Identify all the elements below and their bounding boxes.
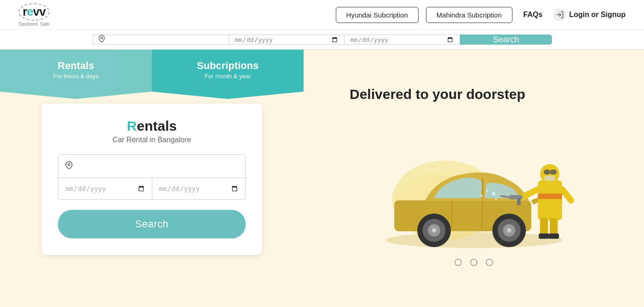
logo-r: r bbox=[23, 5, 27, 18]
header: revv Sanitized. Safe Hyundai Subcription… bbox=[0, 0, 644, 30]
carousel-dot-1[interactable] bbox=[454, 259, 462, 266]
carousel-dot-3[interactable] bbox=[486, 259, 493, 266]
card-title-R: R bbox=[127, 118, 137, 133]
nav-buttons: Hyundai Subcription Mahindra Subcription… bbox=[336, 7, 626, 23]
svg-point-36 bbox=[480, 194, 483, 197]
left-panel: Rentals For hours & days Subcriptions Fo… bbox=[0, 50, 304, 307]
car-svg bbox=[363, 111, 584, 249]
svg-rect-27 bbox=[550, 218, 558, 236]
card-title-rest: entals bbox=[137, 118, 177, 133]
tabs-container: Rentals For hours & days Subcriptions Fo… bbox=[0, 50, 304, 99]
card-title: Rentals bbox=[58, 118, 246, 134]
svg-point-35 bbox=[486, 189, 489, 192]
card-search-button[interactable]: Search bbox=[58, 210, 246, 238]
card-date2-input[interactable] bbox=[159, 185, 239, 193]
card-subtitle: Car Rental in Bangalore bbox=[58, 136, 246, 144]
login-btn[interactable]: Login or Signup bbox=[553, 8, 626, 21]
hyundai-btn[interactable]: Hyundai Subcription bbox=[336, 7, 419, 23]
svg-point-21 bbox=[550, 169, 557, 175]
logo-text: revv bbox=[23, 5, 46, 19]
svg-point-2 bbox=[68, 163, 70, 166]
top-location-wrap bbox=[92, 35, 229, 45]
carousel-dot-2[interactable] bbox=[470, 259, 477, 266]
card-date2-wrap bbox=[152, 178, 246, 199]
svg-point-37 bbox=[495, 198, 497, 200]
login-label: Login or Signup bbox=[569, 11, 626, 19]
right-panel-title: Delivered to your doorstep bbox=[350, 87, 525, 102]
tab-rentals[interactable]: Rentals For hours & days bbox=[0, 50, 152, 99]
logo-border: revv bbox=[18, 3, 50, 21]
svg-point-34 bbox=[492, 192, 495, 196]
rental-card: Rentals Car Rental in Bangalore bbox=[41, 104, 262, 255]
svg-point-1 bbox=[101, 37, 103, 39]
svg-line-25 bbox=[562, 189, 571, 200]
card-location-input[interactable] bbox=[76, 162, 239, 170]
svg-point-15 bbox=[507, 228, 512, 233]
svg-rect-32 bbox=[517, 198, 521, 205]
card-date1-wrap bbox=[58, 178, 152, 199]
top-date2-input[interactable] bbox=[350, 36, 454, 44]
svg-point-11 bbox=[432, 228, 437, 233]
tab-rentals-title: Rentals bbox=[5, 60, 147, 72]
card-date1-input[interactable] bbox=[65, 185, 145, 193]
svg-rect-18 bbox=[538, 180, 562, 220]
tab-subscriptions[interactable]: Subcriptions For month & year bbox=[152, 50, 304, 99]
card-location-wrap bbox=[58, 155, 245, 178]
pin-icon-top bbox=[98, 35, 105, 44]
card-form bbox=[58, 154, 246, 200]
svg-rect-30 bbox=[538, 194, 562, 199]
mahindra-btn[interactable]: Mahindra Subcription bbox=[426, 7, 512, 23]
illustration-area bbox=[363, 111, 584, 249]
top-search-bar: Search bbox=[0, 30, 644, 50]
tab-subscriptions-sub: For month & year bbox=[156, 73, 299, 80]
login-icon bbox=[553, 8, 566, 21]
main-content: Rentals For hours & days Subcriptions Fo… bbox=[0, 50, 644, 307]
pin-icon-card bbox=[65, 161, 73, 171]
svg-rect-26 bbox=[540, 218, 548, 236]
svg-point-3 bbox=[385, 232, 562, 248]
tab-subscriptions-title: Subcriptions bbox=[156, 60, 299, 72]
carousel-dots bbox=[454, 259, 493, 266]
logo-e: e bbox=[27, 5, 33, 18]
top-search-button[interactable]: Search bbox=[460, 35, 552, 45]
logo-area: revv Sanitized. Safe bbox=[18, 3, 50, 27]
svg-rect-28 bbox=[539, 233, 549, 239]
tab-rentals-sub: For hours & days bbox=[5, 73, 147, 80]
top-date2-wrap bbox=[344, 35, 460, 45]
top-date1-wrap bbox=[229, 35, 344, 45]
faqs-link[interactable]: FAQs bbox=[523, 11, 543, 19]
logo-vv: vv bbox=[33, 5, 46, 18]
svg-line-24 bbox=[520, 189, 538, 198]
right-panel: Delivered to your doorstep bbox=[304, 50, 644, 307]
top-location-input[interactable] bbox=[108, 36, 223, 43]
svg-rect-23 bbox=[545, 175, 555, 181]
svg-point-20 bbox=[544, 169, 551, 175]
top-date1-input[interactable] bbox=[235, 36, 339, 44]
logo-tagline: Sanitized. Safe bbox=[18, 22, 49, 27]
svg-rect-29 bbox=[548, 233, 559, 239]
card-dates-row bbox=[58, 178, 245, 199]
